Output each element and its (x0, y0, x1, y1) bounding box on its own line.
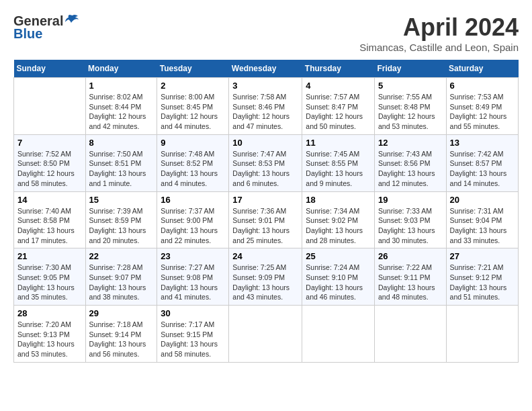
calendar-cell: 4Sunrise: 7:57 AMSunset: 8:47 PMDaylight… (302, 78, 375, 135)
day-number: 2 (161, 81, 225, 91)
calendar-cell (374, 306, 446, 363)
calendar-cell: 1Sunrise: 8:02 AMSunset: 8:44 PMDaylight… (85, 78, 157, 135)
day-number: 10 (232, 138, 298, 148)
location-text: Simancas, Castille and Leon, Spain (359, 42, 519, 53)
day-number: 8 (89, 138, 154, 148)
day-number: 4 (306, 81, 371, 91)
cell-info: Sunrise: 7:43 AMSunset: 8:56 PMDaylight:… (378, 149, 443, 189)
cell-info: Sunrise: 7:30 AMSunset: 9:05 PMDaylight:… (17, 263, 82, 302)
day-number: 17 (232, 195, 298, 205)
calendar-cell: 11Sunrise: 7:45 AMSunset: 8:55 PMDayligh… (302, 134, 375, 191)
calendar-cell: 21Sunrise: 7:30 AMSunset: 9:05 PMDayligh… (14, 248, 86, 306)
calendar-cell: 5Sunrise: 7:55 AMSunset: 8:48 PMDaylight… (374, 78, 446, 135)
calendar-cell (14, 78, 86, 135)
cell-info: Sunrise: 7:21 AMSunset: 9:12 PMDaylight:… (450, 263, 515, 302)
weekday-header-saturday: Saturday (446, 60, 518, 78)
day-number: 3 (232, 81, 298, 91)
day-number: 15 (89, 195, 154, 205)
calendar-cell: 22Sunrise: 7:28 AMSunset: 9:07 PMDayligh… (85, 248, 157, 306)
calendar-cell: 7Sunrise: 7:52 AMSunset: 8:50 PMDaylight… (14, 134, 86, 191)
cell-info: Sunrise: 7:40 AMSunset: 8:58 PMDaylight:… (17, 206, 82, 246)
calendar-cell: 24Sunrise: 7:25 AMSunset: 9:09 PMDayligh… (229, 248, 302, 306)
cell-info: Sunrise: 7:42 AMSunset: 8:57 PMDaylight:… (450, 149, 515, 189)
day-number: 16 (161, 195, 225, 205)
day-number: 1 (89, 81, 154, 91)
cell-info: Sunrise: 8:02 AMSunset: 8:44 PMDaylight:… (89, 92, 154, 132)
cell-info: Sunrise: 7:33 AMSunset: 9:03 PMDaylight:… (378, 206, 443, 246)
calendar-cell: 3Sunrise: 7:58 AMSunset: 8:46 PMDaylight… (229, 78, 302, 135)
day-number: 21 (17, 251, 82, 261)
calendar-cell: 20Sunrise: 7:31 AMSunset: 9:04 PMDayligh… (446, 191, 518, 248)
cell-info: Sunrise: 7:18 AMSunset: 9:14 PMDaylight:… (89, 320, 154, 359)
logo: General Blue (13, 13, 79, 42)
cell-info: Sunrise: 7:50 AMSunset: 8:51 PMDaylight:… (89, 149, 154, 189)
cell-info: Sunrise: 7:22 AMSunset: 9:11 PMDaylight:… (378, 263, 443, 302)
calendar-cell: 8Sunrise: 7:50 AMSunset: 8:51 PMDaylight… (85, 134, 157, 191)
cell-info: Sunrise: 7:47 AMSunset: 8:53 PMDaylight:… (232, 149, 298, 189)
day-number: 20 (450, 195, 515, 205)
calendar-cell: 14Sunrise: 7:40 AMSunset: 8:58 PMDayligh… (14, 191, 86, 248)
cell-info: Sunrise: 7:48 AMSunset: 8:52 PMDaylight:… (161, 149, 225, 189)
calendar-cell: 29Sunrise: 7:18 AMSunset: 9:14 PMDayligh… (85, 306, 157, 363)
cell-info: Sunrise: 7:39 AMSunset: 8:59 PMDaylight:… (89, 206, 154, 246)
weekday-header-sunday: Sunday (14, 60, 86, 78)
title-area: April 2024 Simancas, Castille and Leon, … (359, 13, 519, 53)
day-number: 12 (378, 138, 443, 148)
calendar-cell (229, 306, 302, 363)
calendar-cell (302, 306, 375, 363)
day-number: 22 (89, 251, 154, 261)
day-number: 24 (232, 251, 298, 261)
weekday-header-thursday: Thursday (302, 60, 375, 78)
cell-info: Sunrise: 7:25 AMSunset: 9:09 PMDaylight:… (232, 263, 298, 302)
calendar-cell: 23Sunrise: 7:27 AMSunset: 9:08 PMDayligh… (157, 248, 229, 306)
calendar-cell: 10Sunrise: 7:47 AMSunset: 8:53 PMDayligh… (229, 134, 302, 191)
cell-info: Sunrise: 8:00 AMSunset: 8:45 PMDaylight:… (161, 92, 225, 132)
day-number: 26 (378, 251, 443, 261)
cell-info: Sunrise: 7:37 AMSunset: 9:00 PMDaylight:… (161, 206, 225, 246)
page-header: General Blue April 2024 Simancas, Castil… (13, 13, 519, 53)
cell-info: Sunrise: 7:31 AMSunset: 9:04 PMDaylight:… (450, 206, 515, 246)
day-number: 23 (161, 251, 225, 261)
cell-info: Sunrise: 7:36 AMSunset: 9:01 PMDaylight:… (232, 206, 298, 246)
day-number: 6 (450, 81, 515, 91)
month-title: April 2024 (359, 13, 519, 42)
calendar-cell (446, 306, 518, 363)
calendar-cell: 15Sunrise: 7:39 AMSunset: 8:59 PMDayligh… (85, 191, 157, 248)
logo-bird-icon (64, 14, 79, 26)
day-number: 7 (17, 138, 82, 148)
cell-info: Sunrise: 7:53 AMSunset: 8:49 PMDaylight:… (450, 92, 515, 132)
calendar-cell: 30Sunrise: 7:17 AMSunset: 9:15 PMDayligh… (157, 306, 229, 363)
weekday-header-monday: Monday (85, 60, 157, 78)
day-number: 19 (378, 195, 443, 205)
calendar-cell: 9Sunrise: 7:48 AMSunset: 8:52 PMDaylight… (157, 134, 229, 191)
calendar-cell: 25Sunrise: 7:24 AMSunset: 9:10 PMDayligh… (302, 248, 375, 306)
calendar-cell: 16Sunrise: 7:37 AMSunset: 9:00 PMDayligh… (157, 191, 229, 248)
day-number: 18 (306, 195, 371, 205)
calendar-cell: 17Sunrise: 7:36 AMSunset: 9:01 PMDayligh… (229, 191, 302, 248)
day-number: 11 (306, 138, 371, 148)
day-number: 25 (306, 251, 371, 261)
cell-info: Sunrise: 7:45 AMSunset: 8:55 PMDaylight:… (306, 149, 371, 189)
weekday-header-wednesday: Wednesday (229, 60, 302, 78)
day-number: 9 (161, 138, 225, 148)
cell-info: Sunrise: 7:55 AMSunset: 8:48 PMDaylight:… (378, 92, 443, 132)
calendar-cell: 6Sunrise: 7:53 AMSunset: 8:49 PMDaylight… (446, 78, 518, 135)
day-number: 5 (378, 81, 443, 91)
weekday-header-tuesday: Tuesday (157, 60, 229, 78)
day-number: 29 (89, 308, 154, 318)
calendar-cell: 19Sunrise: 7:33 AMSunset: 9:03 PMDayligh… (374, 191, 446, 248)
weekday-header-friday: Friday (374, 60, 446, 78)
calendar-table: SundayMondayTuesdayWednesdayThursdayFrid… (13, 60, 519, 363)
calendar-cell: 13Sunrise: 7:42 AMSunset: 8:57 PMDayligh… (446, 134, 518, 191)
day-number: 27 (450, 251, 515, 261)
day-number: 13 (450, 138, 515, 148)
calendar-cell: 26Sunrise: 7:22 AMSunset: 9:11 PMDayligh… (374, 248, 446, 306)
day-number: 28 (17, 308, 82, 318)
calendar-cell: 27Sunrise: 7:21 AMSunset: 9:12 PMDayligh… (446, 248, 518, 306)
cell-info: Sunrise: 7:17 AMSunset: 9:15 PMDaylight:… (161, 320, 225, 359)
cell-info: Sunrise: 7:24 AMSunset: 9:10 PMDaylight:… (306, 263, 371, 302)
calendar-cell: 2Sunrise: 8:00 AMSunset: 8:45 PMDaylight… (157, 78, 229, 135)
day-number: 30 (161, 308, 225, 318)
day-number: 14 (17, 195, 82, 205)
calendar-cell: 28Sunrise: 7:20 AMSunset: 9:13 PMDayligh… (14, 306, 86, 363)
